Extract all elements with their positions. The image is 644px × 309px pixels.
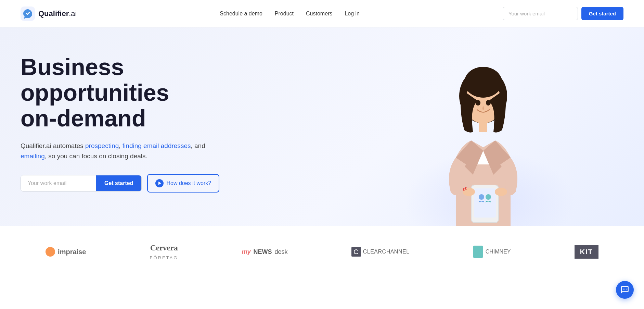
svg-rect-8 [474,188,496,218]
navbar: Qualifier.ai Schedule a demo Product Cus… [0,0,644,27]
svg-rect-6 [479,122,487,132]
nav-product[interactable]: Product [275,11,294,16]
hero-get-started-button[interactable]: Get started [96,175,141,191]
newsdesk-prefix: my [242,248,251,256]
svg-point-10 [486,194,491,200]
cervera-name: Cervera [150,243,178,252]
logo-cervera: Cervera FÖRETAG [150,243,178,260]
chimney-icon [473,246,483,258]
logo-newsdesk: my NEWS desk [242,248,288,256]
clearchannel-name: CLEARCHANNEL [363,249,410,255]
logo-clearchannel: CLEARCHANNEL [351,247,410,257]
svg-point-9 [479,194,484,200]
nav-cta-area: Get started [503,7,623,20]
nav-customers[interactable]: Customers [306,11,332,16]
hero-email-wrap: Get started [21,175,142,191]
svg-point-12 [495,188,507,196]
nav-get-started-button[interactable]: Get started [581,7,623,20]
play-triangle [158,182,161,185]
logo-text: Qualifier.ai [38,9,77,18]
hero-content: Business opportunities on-demand Qualifi… [21,54,260,220]
svg-point-3 [464,67,502,98]
chimney-name: CHIMNEY [486,249,511,255]
hero-subtitle: Qualifier.ai automates prospecting, find… [21,141,260,162]
svg-point-4 [476,100,480,106]
hero-cta: Get started How does it work? [21,174,260,193]
play-icon [155,179,164,187]
logo-icon [21,7,35,21]
nav-links: Schedule a demo Product Customers Log in [220,11,360,17]
finding-email-link[interactable]: finding email addresses [123,142,191,149]
impraise-icon [46,247,55,257]
how-it-works-button[interactable]: How does it work? [147,174,219,193]
nav-schedule-demo[interactable]: Schedule a demo [220,11,262,16]
newsdesk-news: NEWS [254,248,272,256]
impraise-name: impraise [58,248,86,256]
nav-login[interactable]: Log in [345,11,360,16]
hero-image-area [322,27,644,226]
hero-email-input[interactable] [21,175,96,191]
hero-person-illustration [418,55,548,226]
kit-name: KIT [575,245,598,259]
logo-kit: KIT [575,245,598,259]
svg-point-5 [486,100,491,106]
logo-link[interactable]: Qualifier.ai [21,7,77,21]
svg-point-11 [463,188,475,196]
hero-section: Business opportunities on-demand Qualifi… [0,27,644,226]
prospecting-link[interactable]: prospecting [85,142,119,149]
hero-title: Business opportunities on-demand [21,54,260,131]
cervera-sub: FÖRETAG [150,255,178,260]
clearchannel-icon [351,247,361,257]
logo-chimney: CHIMNEY [473,246,511,258]
logos-section: impraise Cervera FÖRETAG my NEWS desk CL… [0,226,644,277]
nav-email-input[interactable] [503,7,578,20]
logo-impraise: impraise [46,247,86,257]
newsdesk-desk: desk [275,248,288,256]
emailing-link[interactable]: emailing [21,152,45,160]
